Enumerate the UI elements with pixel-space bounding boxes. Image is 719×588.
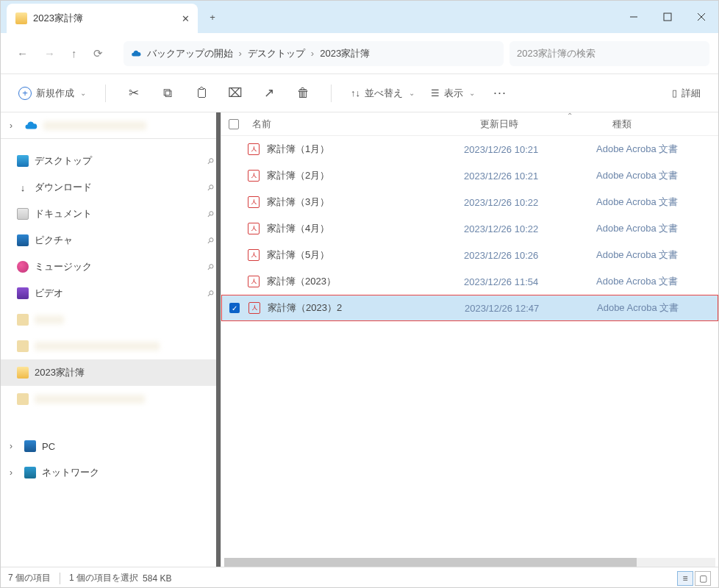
file-type: Adobe Acroba 文書 xyxy=(596,169,692,182)
close-tab-button[interactable]: ✕ xyxy=(182,13,189,24)
blurred-text xyxy=(35,315,64,324)
horizontal-scrollbar[interactable] xyxy=(224,558,715,567)
network-icon xyxy=(24,467,36,478)
details-icon: ▯ xyxy=(672,87,677,98)
separator xyxy=(331,85,332,102)
column-name[interactable]: 名前 xyxy=(248,118,476,131)
pdf-icon: 人 xyxy=(248,170,260,182)
thumbnail-view-toggle[interactable]: ▢ xyxy=(695,571,711,586)
onedrive-icon xyxy=(24,121,37,130)
search-input[interactable]: 2023家計簿の検索 xyxy=(509,41,709,66)
chevron-right-icon: › xyxy=(10,441,18,451)
view-button[interactable]: ☰ 表示 ⌄ xyxy=(425,81,481,106)
sidebar-item-label: デスクトップ xyxy=(35,154,92,168)
file-date: 2023/12/26 10:21 xyxy=(464,144,596,155)
file-date: 2023/12/26 10:21 xyxy=(464,171,596,182)
details-button[interactable]: ▯ 詳細 xyxy=(666,81,707,106)
file-type: Adobe Acroba 文書 xyxy=(596,275,692,288)
select-all-checkbox[interactable] xyxy=(229,119,239,129)
sort-button[interactable]: ↑↓ 並べ替え ⌄ xyxy=(345,81,421,106)
file-row[interactable]: 人家計簿（3月）2023/12/26 10:22Adobe Acroba 文書 xyxy=(221,189,718,215)
svg-rect-1 xyxy=(664,13,671,21)
sidebar-pc[interactable]: › PC xyxy=(1,433,221,459)
file-row[interactable]: 人家計簿（5月）2023/12/26 10:26Adobe Acroba 文書 xyxy=(221,242,718,268)
sidebar-resizer[interactable] xyxy=(216,112,221,567)
file-name: 家計簿（2月） xyxy=(267,169,329,182)
new-tab-button[interactable]: + xyxy=(201,12,224,23)
file-row[interactable]: 人家計簿（2023）2023/12/26 11:54Adobe Acroba 文… xyxy=(221,268,718,295)
pin-icon: ⚲ xyxy=(205,209,216,220)
view-icon: ☰ xyxy=(431,87,440,98)
status-item-count: 7 個の項目 xyxy=(8,572,51,584)
file-row[interactable]: 人家計簿（1月）2023/12/26 10:21Adobe Acroba 文書 xyxy=(221,136,718,162)
content-pane: 名前 ⌃ 更新日時 種類 人家計簿（1月）2023/12/26 10:21Ado… xyxy=(221,112,718,567)
up-button[interactable]: ↑ xyxy=(71,47,77,60)
file-name: 家計簿（1月） xyxy=(267,143,329,156)
maximize-button[interactable] xyxy=(651,2,684,32)
scrollbar-thumb[interactable] xyxy=(224,558,637,567)
file-name: 家計簿（2023）2 xyxy=(268,301,342,315)
breadcrumb-backup[interactable]: バックアップの開始 xyxy=(147,47,233,60)
refresh-button[interactable]: ⟳ xyxy=(93,47,103,60)
details-view-toggle[interactable]: ≡ xyxy=(677,571,693,586)
file-row[interactable]: ✓人家計簿（2023）22023/12/26 12:47Adobe Acroba… xyxy=(221,295,718,321)
view-toggles: ≡ ▢ xyxy=(677,571,711,586)
share-button[interactable]: ↗ xyxy=(254,85,284,101)
address-bar: ← → ↑ ⟳ バックアップの開始 › デスクトップ › 2023家計簿 202… xyxy=(1,33,718,74)
back-button[interactable]: ← xyxy=(17,47,28,60)
column-date[interactable]: 更新日時 xyxy=(476,118,608,131)
pdf-icon: 人 xyxy=(248,223,260,234)
separator xyxy=(105,85,106,102)
sidebar-item-download[interactable]: ↓ダウンロード⚲ xyxy=(1,174,221,201)
file-name: 家計簿（4月） xyxy=(267,222,329,235)
more-button[interactable]: ··· xyxy=(485,85,515,101)
sidebar-item-blur[interactable] xyxy=(1,306,221,333)
chevron-right-icon: › xyxy=(10,121,18,131)
file-date: 2023/12/26 10:26 xyxy=(464,250,596,261)
new-button[interactable]: + 新規作成 ⌄ xyxy=(12,81,92,106)
sidebar-item-blur[interactable] xyxy=(1,333,221,359)
sidebar-item-current-folder[interactable]: 2023家計簿 xyxy=(1,359,221,386)
minimize-button[interactable] xyxy=(617,2,651,32)
sidebar-item-label: ピクチャ xyxy=(35,234,73,247)
forward-button[interactable]: → xyxy=(44,47,55,60)
sidebar-item-picture[interactable]: ピクチャ⚲ xyxy=(1,227,221,254)
sort-icon: ↑↓ xyxy=(351,87,360,98)
sidebar-network[interactable]: › ネットワーク xyxy=(1,459,221,486)
pc-icon xyxy=(24,440,36,452)
rename-button[interactable]: ⌧ xyxy=(221,85,250,101)
window-tab[interactable]: 2023家計簿 ✕ xyxy=(7,4,198,33)
pdf-icon: 人 xyxy=(248,276,260,287)
delete-button[interactable]: 🗑︎ xyxy=(288,86,318,101)
file-row[interactable]: 人家計簿（2月）2023/12/26 10:21Adobe Acroba 文書 xyxy=(221,162,718,189)
plus-icon: + xyxy=(18,87,32,100)
sidebar-item-video[interactable]: ビデオ⚲ xyxy=(1,280,221,306)
close-window-button[interactable] xyxy=(684,2,718,32)
cut-button[interactable]: ✂ xyxy=(119,85,149,101)
sidebar-item-desktop[interactable]: デスクトップ⚲ xyxy=(1,148,221,174)
column-type[interactable]: 種類 xyxy=(608,118,704,131)
sidebar-item-music[interactable]: ミュージック⚲ xyxy=(1,254,221,280)
row-checkbox[interactable]: ✓ xyxy=(229,303,240,313)
pdf-icon: 人 xyxy=(248,249,260,261)
sort-indicator-icon: ⌃ xyxy=(567,112,573,120)
breadcrumb-item[interactable]: デスクトップ xyxy=(248,47,305,60)
paste-button[interactable]: 📋︎ xyxy=(187,86,216,101)
breadcrumb[interactable]: バックアップの開始 › デスクトップ › 2023家計簿 xyxy=(124,41,504,66)
pin-icon: ⚲ xyxy=(205,288,216,299)
search-placeholder: 2023家計簿の検索 xyxy=(517,47,595,60)
sidebar-item-document[interactable]: ドキュメント⚲ xyxy=(1,201,221,227)
sidebar-item-blur[interactable] xyxy=(1,386,221,412)
pin-icon: ⚲ xyxy=(205,156,216,167)
sidebar-folder-label: 2023家計簿 xyxy=(35,366,85,379)
file-type: Adobe Acroba 文書 xyxy=(596,222,692,235)
file-row[interactable]: 人家計簿（4月）2023/12/26 10:22Adobe Acroba 文書 xyxy=(221,215,718,242)
pin-icon: ⚲ xyxy=(205,235,216,246)
file-name: 家計簿（5月） xyxy=(267,248,329,262)
breadcrumb-item[interactable]: 2023家計簿 xyxy=(320,47,370,60)
copy-button[interactable]: ⧉ xyxy=(153,86,182,101)
sidebar-onedrive[interactable]: › xyxy=(1,112,221,139)
sidebar-item-label: ミュージック xyxy=(35,260,92,273)
file-date: 2023/12/26 10:22 xyxy=(464,223,596,234)
blurred-text xyxy=(43,121,146,130)
